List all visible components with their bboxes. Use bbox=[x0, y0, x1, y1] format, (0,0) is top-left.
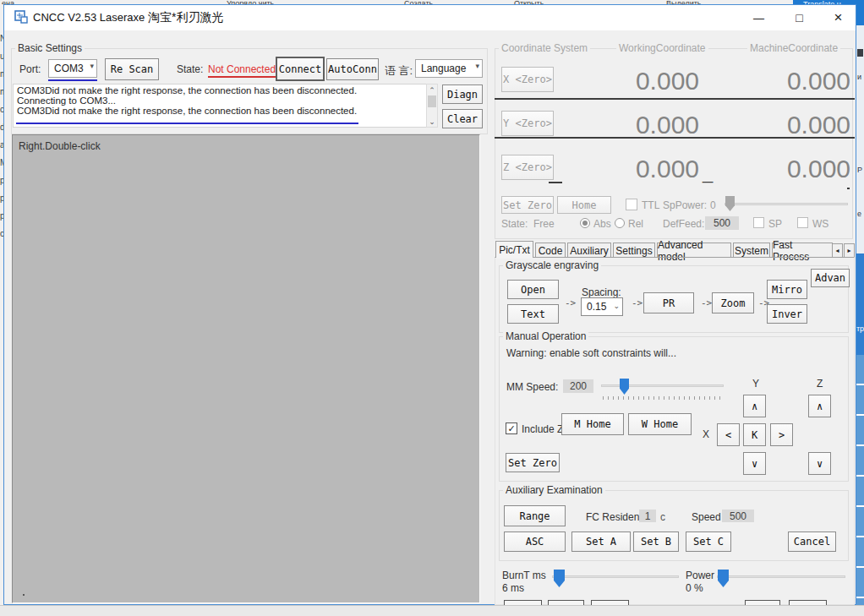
abs-radio[interactable] bbox=[580, 218, 590, 228]
partial-button[interactable] bbox=[745, 600, 780, 605]
tab-settings[interactable]: Settings bbox=[613, 243, 655, 258]
maximize-button[interactable]: □ bbox=[780, 5, 818, 30]
partial-button[interactable] bbox=[548, 600, 584, 605]
set-c-button[interactable]: Set C bbox=[686, 532, 731, 552]
title-bar[interactable]: CNCC V2.53 Laseraxe 淘宝*利刃激光 — □ × bbox=[4, 5, 856, 30]
diagn-button[interactable]: Diagn bbox=[442, 84, 483, 104]
ttl-checkbox[interactable] bbox=[626, 199, 637, 210]
partial-button[interactable] bbox=[789, 600, 827, 605]
window-title: CNCC V2.53 Laseraxe bbox=[33, 11, 145, 24]
rel-radio[interactable] bbox=[615, 218, 625, 228]
basic-settings-label: Basic Settings bbox=[15, 42, 85, 54]
z-axis-label: Z bbox=[817, 378, 823, 390]
spacing-combo[interactable]: 0.15 ⌄ bbox=[581, 297, 623, 316]
burnt-slider-track[interactable] bbox=[552, 575, 679, 578]
inver-button[interactable]: Inver bbox=[767, 304, 807, 324]
pr-button[interactable]: PR bbox=[643, 292, 694, 313]
tab-system[interactable]: System bbox=[733, 243, 770, 258]
y-down-button[interactable]: ∨ bbox=[743, 452, 766, 475]
k-button[interactable]: K bbox=[743, 423, 766, 446]
tab-scroll-right[interactable]: ▸ bbox=[844, 243, 855, 258]
w-home-button[interactable]: W Home bbox=[628, 413, 692, 435]
y-machine-value: 0.000 bbox=[739, 111, 850, 139]
auxiliary-examination-label: Auxiliary Examination bbox=[503, 484, 605, 496]
sppower-slider-track[interactable] bbox=[725, 203, 848, 205]
working-coordinate-label: WorkingCoordinate bbox=[616, 42, 708, 54]
log-line: COM3Did not make the right response, the… bbox=[14, 106, 426, 116]
range-button[interactable]: Range bbox=[504, 505, 566, 526]
mirro-button[interactable]: Mirro bbox=[767, 280, 807, 299]
ws-checkbox[interactable] bbox=[797, 217, 808, 228]
close-button[interactable]: × bbox=[821, 5, 856, 30]
x-left-button[interactable]: < bbox=[717, 423, 740, 446]
z-up-button[interactable]: ∧ bbox=[808, 395, 831, 417]
set-b-button[interactable]: Set B bbox=[633, 532, 679, 552]
power-slider-track[interactable] bbox=[717, 575, 845, 578]
z-machine-value: 0.000 bbox=[739, 155, 850, 183]
aux-speed-input[interactable]: 500 bbox=[722, 510, 754, 522]
m-home-button[interactable]: M Home bbox=[561, 413, 624, 435]
mm-speed-label: MM Speed: bbox=[506, 381, 558, 393]
open-button[interactable]: Open bbox=[507, 280, 559, 299]
machine-state-label: State: bbox=[501, 218, 528, 230]
set-a-button[interactable]: Set A bbox=[571, 532, 631, 552]
scroll-up-icon[interactable]: ⌃ bbox=[427, 84, 437, 95]
rescan-button[interactable]: Re Scan bbox=[105, 58, 159, 80]
zoom-button[interactable]: Zoom bbox=[712, 292, 754, 313]
z-zero-button[interactable]: Z <Zero> bbox=[501, 155, 554, 180]
aux-speed-label: Speed bbox=[692, 511, 721, 523]
minimize-button[interactable]: — bbox=[740, 5, 778, 30]
partial-button[interactable] bbox=[591, 600, 629, 605]
soft-constraints-warning: Warning: enable soft constraints will... bbox=[506, 347, 676, 359]
state-label: State: bbox=[177, 63, 203, 75]
x-machine-value: 0.000 bbox=[739, 67, 850, 95]
y-axis-label: Y bbox=[752, 378, 759, 390]
x-right-button[interactable]: > bbox=[770, 423, 793, 446]
language-combo[interactable]: Language ▾ bbox=[415, 59, 483, 78]
status-underline bbox=[208, 76, 276, 78]
background-fragment: е bbox=[857, 210, 861, 218]
partial-button[interactable] bbox=[504, 600, 542, 605]
asc-button[interactable]: ASC bbox=[504, 532, 566, 552]
scrollbar-thumb[interactable] bbox=[428, 95, 436, 107]
advan-button[interactable]: Advan bbox=[811, 269, 850, 287]
tab-auxiliary[interactable]: Auxiliary bbox=[567, 243, 611, 258]
fc-residence-input[interactable]: 1 bbox=[639, 510, 656, 522]
log-scrollbar[interactable]: ⌃ ⌄ bbox=[426, 84, 438, 128]
set-zero-button[interactable]: Set Zero bbox=[506, 453, 560, 472]
connect-button[interactable]: Connect bbox=[276, 57, 325, 81]
y-working-value: 0.000 bbox=[588, 111, 699, 139]
x-zero-button[interactable]: X <Zero> bbox=[501, 67, 554, 92]
log-box[interactable]: COM3Did not make the right response, the… bbox=[13, 84, 427, 128]
tab-pic-txt[interactable]: Pic/Txt bbox=[495, 241, 533, 258]
abs-radio-dot bbox=[582, 221, 588, 226]
ttl-label: TTL bbox=[642, 199, 659, 211]
tab-fast-process[interactable]: Fast Process bbox=[772, 243, 833, 258]
cancel-button[interactable]: Cancel bbox=[788, 532, 836, 552]
mm-speed-slider-track[interactable] bbox=[601, 384, 724, 387]
y-zero-button[interactable]: Y <Zero> bbox=[501, 111, 554, 136]
mm-speed-input[interactable]: 200 bbox=[563, 379, 593, 393]
include-z-checkbox[interactable]: ✓ bbox=[506, 422, 517, 434]
sp-label: SP bbox=[768, 218, 782, 230]
clear-button[interactable]: Clear bbox=[442, 109, 483, 128]
manual-operation-label: Manual Operation bbox=[503, 330, 588, 342]
sp-checkbox[interactable] bbox=[753, 217, 764, 228]
set-zero-top-button[interactable]: Set Zero bbox=[501, 196, 554, 214]
tab-scroll-left[interactable]: ◂ bbox=[832, 243, 843, 258]
deffeed-input[interactable]: 500 bbox=[705, 216, 739, 230]
home-button[interactable]: Home bbox=[557, 196, 611, 214]
work-canvas[interactable]: Right.Double-click bbox=[12, 134, 480, 603]
tab-advanced-model[interactable]: Advanced model bbox=[657, 243, 731, 258]
tab-code[interactable]: Code bbox=[535, 243, 566, 258]
z-separator-dot bbox=[847, 188, 850, 189]
text-button[interactable]: Text bbox=[507, 304, 559, 324]
y-up-button[interactable]: ∧ bbox=[743, 395, 766, 417]
scroll-down-icon[interactable]: ⌄ bbox=[427, 116, 437, 127]
language-label: 语 言: bbox=[385, 63, 413, 79]
autoconn-button[interactable]: AutoConn bbox=[326, 58, 379, 80]
app-icon bbox=[14, 10, 28, 24]
z-down-button[interactable]: ∨ bbox=[808, 452, 831, 475]
port-combo[interactable]: COM3 ▾ bbox=[48, 59, 97, 78]
window-title-cn: 淘宝*利刃激光 bbox=[148, 10, 223, 25]
